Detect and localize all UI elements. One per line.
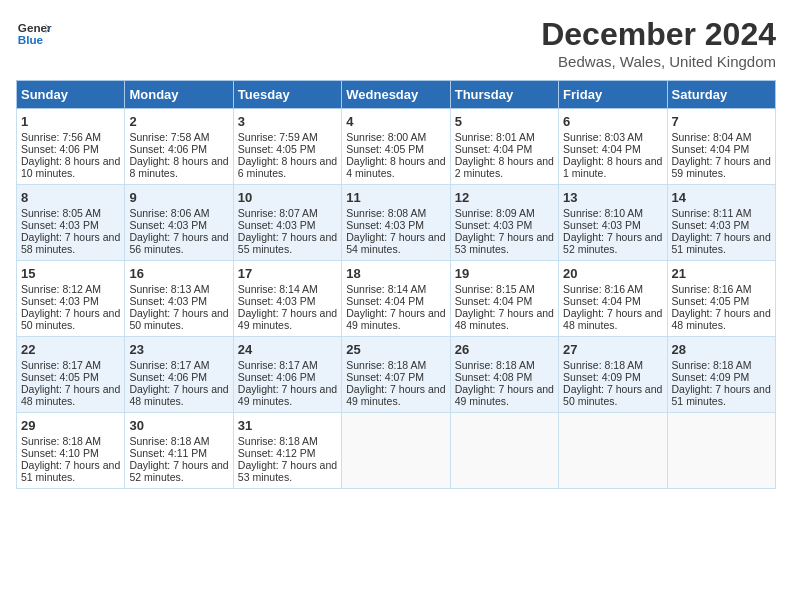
sunrise: Sunrise: 8:01 AM <box>455 131 535 143</box>
header-day-thursday: Thursday <box>450 81 558 109</box>
sunset: Sunset: 4:04 PM <box>455 295 533 307</box>
sunrise: Sunrise: 8:08 AM <box>346 207 426 219</box>
sunrise: Sunrise: 8:18 AM <box>672 359 752 371</box>
day-cell: 23Sunrise: 8:17 AMSunset: 4:06 PMDayligh… <box>125 337 233 413</box>
sunset: Sunset: 4:03 PM <box>238 295 316 307</box>
daylight: Daylight: 7 hours and 59 minutes. <box>672 155 771 179</box>
day-number: 14 <box>672 190 771 205</box>
sunrise: Sunrise: 7:56 AM <box>21 131 101 143</box>
day-number: 9 <box>129 190 228 205</box>
day-number: 29 <box>21 418 120 433</box>
day-cell: 1Sunrise: 7:56 AMSunset: 4:06 PMDaylight… <box>17 109 125 185</box>
sunset: Sunset: 4:04 PM <box>563 143 641 155</box>
sunrise: Sunrise: 8:05 AM <box>21 207 101 219</box>
daylight: Daylight: 7 hours and 51 minutes. <box>672 383 771 407</box>
sunrise: Sunrise: 8:18 AM <box>21 435 101 447</box>
day-cell: 29Sunrise: 8:18 AMSunset: 4:10 PMDayligh… <box>17 413 125 489</box>
header-day-wednesday: Wednesday <box>342 81 450 109</box>
daylight: Daylight: 7 hours and 48 minutes. <box>21 383 120 407</box>
day-cell: 26Sunrise: 8:18 AMSunset: 4:08 PMDayligh… <box>450 337 558 413</box>
day-cell: 16Sunrise: 8:13 AMSunset: 4:03 PMDayligh… <box>125 261 233 337</box>
day-number: 4 <box>346 114 445 129</box>
daylight: Daylight: 7 hours and 50 minutes. <box>563 383 662 407</box>
header-day-sunday: Sunday <box>17 81 125 109</box>
sunset: Sunset: 4:06 PM <box>21 143 99 155</box>
week-row-4: 22Sunrise: 8:17 AMSunset: 4:05 PMDayligh… <box>17 337 776 413</box>
day-cell <box>450 413 558 489</box>
daylight: Daylight: 7 hours and 48 minutes. <box>455 307 554 331</box>
sunset: Sunset: 4:03 PM <box>563 219 641 231</box>
logo: General Blue <box>16 16 52 52</box>
sunset: Sunset: 4:03 PM <box>672 219 750 231</box>
day-number: 6 <box>563 114 662 129</box>
day-cell: 9Sunrise: 8:06 AMSunset: 4:03 PMDaylight… <box>125 185 233 261</box>
day-number: 3 <box>238 114 337 129</box>
day-number: 26 <box>455 342 554 357</box>
sunrise: Sunrise: 8:16 AM <box>563 283 643 295</box>
day-number: 30 <box>129 418 228 433</box>
daylight: Daylight: 7 hours and 52 minutes. <box>129 459 228 483</box>
daylight: Daylight: 7 hours and 49 minutes. <box>238 307 337 331</box>
day-cell: 21Sunrise: 8:16 AMSunset: 4:05 PMDayligh… <box>667 261 775 337</box>
day-number: 1 <box>21 114 120 129</box>
sunrise: Sunrise: 8:17 AM <box>238 359 318 371</box>
day-cell: 19Sunrise: 8:15 AMSunset: 4:04 PMDayligh… <box>450 261 558 337</box>
day-cell: 2Sunrise: 7:58 AMSunset: 4:06 PMDaylight… <box>125 109 233 185</box>
sunset: Sunset: 4:06 PM <box>129 371 207 383</box>
day-number: 8 <box>21 190 120 205</box>
day-cell: 18Sunrise: 8:14 AMSunset: 4:04 PMDayligh… <box>342 261 450 337</box>
calendar-table: SundayMondayTuesdayWednesdayThursdayFrid… <box>16 80 776 489</box>
day-number: 25 <box>346 342 445 357</box>
daylight: Daylight: 7 hours and 48 minutes. <box>563 307 662 331</box>
sunrise: Sunrise: 8:12 AM <box>21 283 101 295</box>
sunrise: Sunrise: 8:04 AM <box>672 131 752 143</box>
sunset: Sunset: 4:03 PM <box>455 219 533 231</box>
day-cell: 13Sunrise: 8:10 AMSunset: 4:03 PMDayligh… <box>559 185 667 261</box>
sunset: Sunset: 4:04 PM <box>455 143 533 155</box>
day-number: 11 <box>346 190 445 205</box>
day-cell: 30Sunrise: 8:18 AMSunset: 4:11 PMDayligh… <box>125 413 233 489</box>
daylight: Daylight: 7 hours and 48 minutes. <box>129 383 228 407</box>
daylight: Daylight: 7 hours and 49 minutes. <box>346 383 445 407</box>
day-cell <box>559 413 667 489</box>
day-cell: 14Sunrise: 8:11 AMSunset: 4:03 PMDayligh… <box>667 185 775 261</box>
sunrise: Sunrise: 7:58 AM <box>129 131 209 143</box>
sunrise: Sunrise: 8:11 AM <box>672 207 752 219</box>
sunrise: Sunrise: 8:18 AM <box>455 359 535 371</box>
day-cell: 31Sunrise: 8:18 AMSunset: 4:12 PMDayligh… <box>233 413 341 489</box>
daylight: Daylight: 7 hours and 49 minutes. <box>346 307 445 331</box>
sunset: Sunset: 4:03 PM <box>129 295 207 307</box>
daylight: Daylight: 7 hours and 53 minutes. <box>455 231 554 255</box>
day-cell: 10Sunrise: 8:07 AMSunset: 4:03 PMDayligh… <box>233 185 341 261</box>
sunrise: Sunrise: 8:17 AM <box>21 359 101 371</box>
sunrise: Sunrise: 8:18 AM <box>346 359 426 371</box>
day-number: 20 <box>563 266 662 281</box>
day-number: 23 <box>129 342 228 357</box>
daylight: Daylight: 8 hours and 1 minute. <box>563 155 662 179</box>
daylight: Daylight: 7 hours and 49 minutes. <box>455 383 554 407</box>
sunrise: Sunrise: 8:15 AM <box>455 283 535 295</box>
daylight: Daylight: 7 hours and 53 minutes. <box>238 459 337 483</box>
sunset: Sunset: 4:09 PM <box>563 371 641 383</box>
day-number: 2 <box>129 114 228 129</box>
day-number: 27 <box>563 342 662 357</box>
week-row-2: 8Sunrise: 8:05 AMSunset: 4:03 PMDaylight… <box>17 185 776 261</box>
daylight: Daylight: 7 hours and 54 minutes. <box>346 231 445 255</box>
daylight: Daylight: 7 hours and 51 minutes. <box>21 459 120 483</box>
sunset: Sunset: 4:05 PM <box>672 295 750 307</box>
daylight: Daylight: 8 hours and 10 minutes. <box>21 155 120 179</box>
day-cell: 8Sunrise: 8:05 AMSunset: 4:03 PMDaylight… <box>17 185 125 261</box>
sunset: Sunset: 4:06 PM <box>129 143 207 155</box>
day-cell: 11Sunrise: 8:08 AMSunset: 4:03 PMDayligh… <box>342 185 450 261</box>
sunset: Sunset: 4:07 PM <box>346 371 424 383</box>
daylight: Daylight: 7 hours and 48 minutes. <box>672 307 771 331</box>
title-area: December 2024 Bedwas, Wales, United King… <box>541 16 776 70</box>
sunset: Sunset: 4:03 PM <box>129 219 207 231</box>
sunset: Sunset: 4:05 PM <box>238 143 316 155</box>
daylight: Daylight: 8 hours and 6 minutes. <box>238 155 337 179</box>
sunset: Sunset: 4:03 PM <box>346 219 424 231</box>
day-number: 28 <box>672 342 771 357</box>
day-cell: 25Sunrise: 8:18 AMSunset: 4:07 PMDayligh… <box>342 337 450 413</box>
daylight: Daylight: 7 hours and 56 minutes. <box>129 231 228 255</box>
sunset: Sunset: 4:05 PM <box>21 371 99 383</box>
